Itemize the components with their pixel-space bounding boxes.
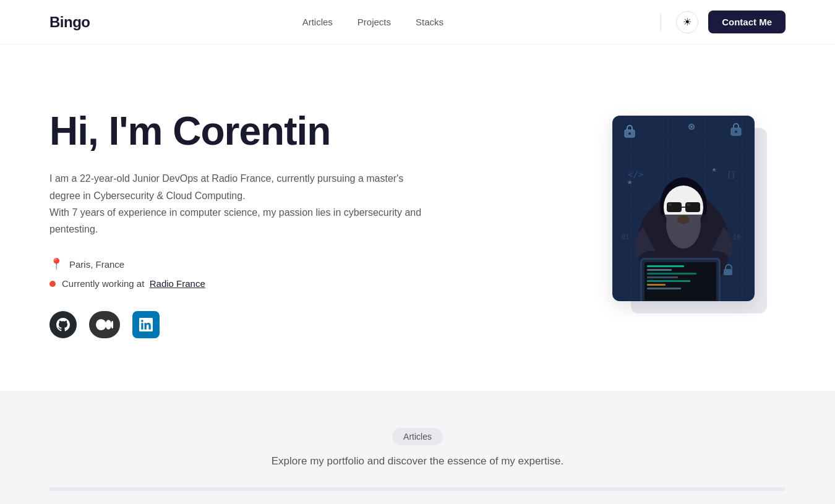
contact-me-button[interactable]: Contact Me bbox=[708, 11, 786, 33]
hero-content: Hi, I'm Corentin I am a 22-year-old Juni… bbox=[49, 109, 433, 338]
theme-toggle-button[interactable]: ☀ bbox=[676, 11, 698, 33]
hero-avatar-image: </> {} 01 10 bbox=[612, 116, 755, 301]
hero-image-wrapper: </> {} 01 10 bbox=[612, 116, 786, 332]
hero-description: I am a 22-year-old Junior DevOps at Radi… bbox=[49, 170, 433, 237]
working-item: Currently working at Radio France bbox=[49, 278, 433, 289]
svg-rect-35 bbox=[687, 203, 690, 206]
svg-rect-40 bbox=[647, 269, 672, 271]
svg-point-25 bbox=[690, 126, 693, 128]
svg-point-1 bbox=[105, 320, 111, 329]
working-text: Currently working at Radio France bbox=[62, 278, 205, 289]
svg-point-2 bbox=[111, 321, 114, 329]
nav-articles[interactable]: Articles bbox=[302, 17, 333, 27]
social-icons bbox=[49, 311, 433, 338]
svg-rect-45 bbox=[647, 288, 681, 289]
nav-divider bbox=[661, 14, 661, 31]
svg-rect-39 bbox=[647, 265, 684, 267]
nav-links: Articles Projects Stacks bbox=[302, 17, 443, 27]
nav-stacks[interactable]: Stacks bbox=[416, 17, 443, 27]
svg-point-21 bbox=[628, 132, 631, 135]
articles-subtitle: Explore my portfolio and discover the es… bbox=[49, 455, 786, 468]
svg-rect-47 bbox=[724, 269, 732, 275]
medium-icon[interactable] bbox=[89, 311, 120, 338]
svg-rect-43 bbox=[647, 280, 690, 282]
svg-text:</>: </> bbox=[628, 169, 643, 179]
svg-point-23 bbox=[735, 130, 737, 133]
svg-point-0 bbox=[96, 319, 106, 330]
status-dot bbox=[49, 281, 56, 287]
svg-rect-41 bbox=[647, 273, 696, 275]
company-link[interactable]: Radio France bbox=[150, 278, 205, 289]
linkedin-icon[interactable] bbox=[132, 311, 160, 338]
nav-right: ☀ Contact Me bbox=[656, 11, 786, 33]
svg-rect-42 bbox=[647, 276, 678, 278]
articles-badge: Articles bbox=[392, 428, 443, 445]
svg-text:{}: {} bbox=[727, 171, 735, 179]
hero-meta: 📍 Paris, France Currently working at Rad… bbox=[49, 257, 433, 289]
articles-section: Articles Explore my portfolio and discov… bbox=[0, 391, 835, 504]
navbar: Bingo Articles Projects Stacks ☀ Contact… bbox=[0, 0, 835, 45]
location-icon: 📍 bbox=[49, 257, 63, 271]
logo[interactable]: Bingo bbox=[49, 14, 90, 31]
svg-text:01: 01 bbox=[622, 234, 629, 241]
nav-projects[interactable]: Projects bbox=[358, 17, 391, 27]
svg-text:10: 10 bbox=[733, 234, 740, 241]
hero-desc-line2: With 7 years of experience in computer s… bbox=[49, 207, 421, 234]
hero-title: Hi, I'm Corentin bbox=[49, 109, 433, 153]
location-text: Paris, France bbox=[69, 259, 124, 270]
svg-rect-34 bbox=[668, 203, 672, 206]
hero-section: Hi, I'm Corentin I am a 22-year-old Juni… bbox=[0, 45, 835, 391]
github-icon[interactable] bbox=[49, 311, 77, 338]
hero-desc-line1: I am a 22-year-old Junior DevOps at Radi… bbox=[49, 173, 403, 200]
hero-image-card: </> {} 01 10 bbox=[612, 116, 755, 301]
svg-rect-44 bbox=[647, 284, 666, 286]
location-item: 📍 Paris, France bbox=[49, 257, 433, 271]
articles-bottom-bar bbox=[49, 487, 786, 491]
